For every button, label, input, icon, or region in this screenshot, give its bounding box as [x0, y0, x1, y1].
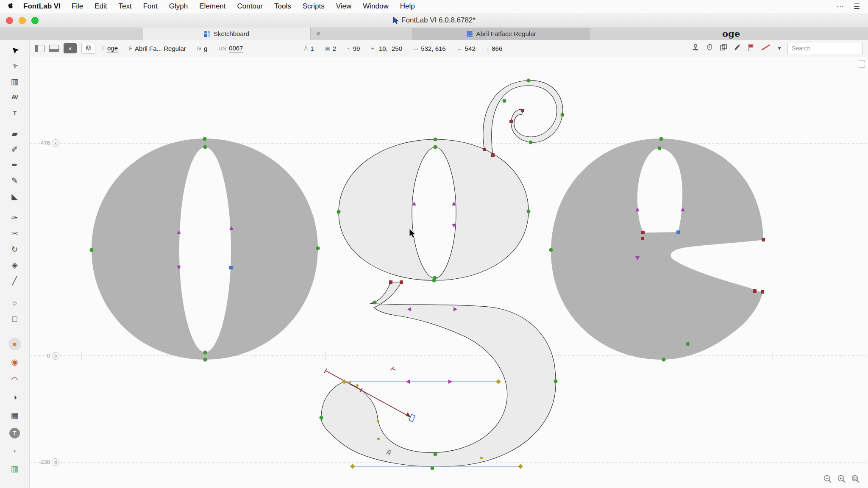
tool-scissors[interactable]: ✂	[0, 226, 30, 241]
node-count[interactable]: ~99	[347, 45, 360, 52]
node-highlight[interactable]	[356, 384, 359, 387]
glyph-g-loop[interactable]	[321, 282, 556, 467]
tool-rotate[interactable]: ↻	[0, 241, 30, 257]
node-corner[interactable]	[761, 290, 764, 294]
point-coords[interactable]: ▭532, 616	[413, 45, 446, 52]
tool-move[interactable]: +	[0, 442, 30, 460]
tool-kerning[interactable]: AV	[0, 89, 30, 105]
node-smooth[interactable]	[434, 138, 437, 141]
measure-handle[interactable]	[409, 414, 415, 421]
node-smooth[interactable]	[320, 416, 323, 420]
glyph-name-field[interactable]: Gg	[197, 45, 207, 52]
text-content-field-value[interactable]: oge	[107, 44, 118, 53]
stroke-color-swatch[interactable]	[760, 43, 771, 53]
node-smooth[interactable]	[529, 141, 533, 144]
menu-file[interactable]: File	[72, 2, 83, 11]
node-highlight[interactable]	[349, 381, 351, 384]
node-smooth[interactable]	[686, 342, 690, 346]
zoom-fit-button[interactable]	[851, 474, 860, 484]
flag-icon[interactable]	[747, 43, 755, 53]
node-smooth[interactable]	[373, 301, 377, 305]
node-corner[interactable]	[389, 280, 392, 284]
menu-font[interactable]: Font	[143, 2, 158, 11]
node-smooth[interactable]	[549, 248, 553, 252]
advance-width-value[interactable]: 542	[465, 45, 476, 52]
element-count[interactable]: ▣2	[325, 45, 336, 52]
tool-thickness[interactable]: ●	[0, 335, 30, 353]
menu-scripts[interactable]: Scripts	[303, 2, 325, 11]
tool-pen[interactable]: ✒	[0, 157, 30, 173]
node-smooth[interactable]	[561, 113, 565, 117]
handle-right[interactable]	[448, 380, 452, 384]
stroke-dropdown-caret[interactable]: ▼	[777, 45, 782, 51]
node-smooth[interactable]	[433, 276, 437, 280]
panel-left-toggle[interactable]	[35, 45, 45, 52]
title-bar[interactable]: FontLab VI 6.0.8.6782*	[0, 13, 868, 28]
font-name-field-value[interactable]: Abril Fa... Regular	[135, 45, 186, 52]
tool-pencil[interactable]: ✎	[0, 173, 30, 189]
node-corner[interactable]	[509, 120, 513, 123]
node-smooth[interactable]	[431, 466, 434, 470]
advance-width[interactable]: ↔542	[457, 45, 476, 52]
node-diamond[interactable]	[350, 464, 355, 469]
node-smooth[interactable]	[203, 145, 207, 149]
node-diamond[interactable]	[518, 464, 523, 469]
zoom-window-button[interactable]	[31, 17, 39, 24]
tool-grid[interactable]: ▦	[0, 406, 30, 424]
menu-help[interactable]: Help	[400, 2, 415, 11]
node-smooth[interactable]	[554, 380, 558, 383]
tool-eraser[interactable]: ▰	[0, 126, 30, 141]
menu-tools[interactable]: Tools	[274, 2, 291, 11]
menu-view[interactable]: View	[336, 2, 352, 11]
handle-up[interactable]	[412, 202, 416, 205]
tool-knife[interactable]: ◣	[0, 189, 30, 204]
tab-abril-fatface[interactable]: ▦ Abril Fatface Regular	[412, 28, 590, 40]
node-highlight[interactable]	[480, 457, 483, 459]
tool-tunni[interactable]: ◉	[0, 353, 30, 371]
tool-rapid[interactable]: ✑	[0, 210, 30, 226]
node-smooth[interactable]	[203, 358, 207, 362]
text-content-field[interactable]: Toge	[101, 44, 118, 53]
node-smooth[interactable]	[658, 147, 662, 150]
node-corner[interactable]	[491, 153, 495, 157]
tab-sketchboard[interactable]: Sketchboard	[143, 28, 311, 40]
menu-edit[interactable]: Edit	[95, 2, 107, 11]
tool-glyph-cell[interactable]: T	[0, 424, 30, 442]
glyph-o-outline[interactable]	[92, 139, 318, 360]
anchor-count[interactable]: Â1	[304, 45, 314, 52]
node-corner[interactable]	[641, 237, 644, 240]
tool-guides[interactable]: ▥	[0, 74, 30, 89]
quill-icon[interactable]	[733, 43, 742, 53]
tab-close-button[interactable]: ×	[313, 28, 324, 40]
tool-brush[interactable]: ✐	[0, 141, 30, 157]
node-smooth[interactable]	[203, 351, 207, 355]
tool-ruler[interactable]: ╱	[0, 273, 30, 288]
node-corner[interactable]	[753, 289, 757, 293]
canvas-page-icon[interactable]	[859, 60, 865, 68]
anchor-count-value[interactable]: 1	[310, 45, 314, 52]
zoom-out-button[interactable]	[823, 474, 832, 484]
minimize-window-button[interactable]	[19, 17, 26, 24]
node-smooth[interactable]	[203, 137, 207, 141]
attach-icon[interactable]	[705, 43, 714, 53]
node-diamond[interactable]	[496, 379, 501, 384]
tool-columns[interactable]: ▥	[0, 460, 30, 477]
font-name-field[interactable]: FAbril Fa... Regular	[129, 45, 186, 52]
node-smooth[interactable]	[662, 358, 666, 362]
tool-text[interactable]: T	[0, 105, 30, 121]
node-selected[interactable]	[676, 230, 680, 234]
tool-arc[interactable]: ◠	[0, 371, 30, 388]
glyph-canvas[interactable]: 476 x 0 b -238 d	[30, 57, 868, 488]
more-icon[interactable]: ⋯	[837, 2, 844, 11]
glyph-height-value[interactable]: 866	[492, 45, 502, 52]
zoom-in-button[interactable]	[837, 474, 846, 484]
glyph-name-field-value[interactable]: g	[204, 45, 207, 52]
node-smooth[interactable]	[659, 137, 663, 141]
glyph-g-bowl[interactable]	[339, 139, 529, 280]
tool-rectangle[interactable]: □	[0, 311, 30, 327]
node-smooth[interactable]	[527, 79, 531, 83]
node-smooth[interactable]	[316, 247, 320, 250]
app-menu-fontlab[interactable]: FontLab VI	[23, 2, 61, 11]
copy-layers-icon[interactable]	[719, 43, 728, 53]
glyph-e-outline[interactable]	[551, 139, 763, 360]
